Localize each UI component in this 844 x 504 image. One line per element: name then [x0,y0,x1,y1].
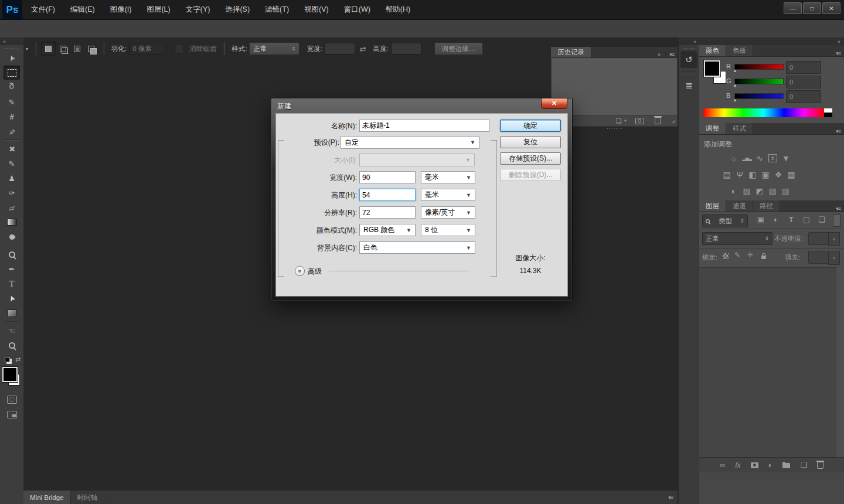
advanced-expander-button[interactable]: » [295,266,305,276]
properties-panel-dock-icon[interactable]: ≣ [680,77,697,94]
fill-dropdown-arrow[interactable]: ▾ [828,251,840,265]
resolution-unit-dropdown[interactable]: 像素/英寸▼ [421,206,475,219]
history-panel-menu-icon[interactable]: ▾≡ [665,52,674,57]
channel-g-value[interactable]: 0 [786,76,821,88]
dock-expand-button[interactable]: « [679,38,699,45]
resize-grip-icon[interactable]: ◢ [672,118,675,124]
filter-pixel-layers-icon[interactable]: ▣ [753,215,768,224]
menu-edit[interactable]: 编辑(E) [63,0,103,19]
channel-b-value[interactable]: 0 [786,90,821,103]
eyedropper-tool[interactable]: ✐ [4,124,20,138]
dock-grip[interactable] [683,73,696,76]
channel-mixer-icon[interactable]: ❖ [772,170,785,179]
background-contents-dropdown[interactable]: 白色▼ [359,241,475,254]
tab-channels[interactable]: 通道 [726,200,753,212]
photo-filter-icon[interactable]: ▣ [759,170,772,179]
filter-smart-objects-icon[interactable]: ❏ [814,215,829,224]
threshold-icon[interactable]: ◩ [753,186,766,196]
resolution-input[interactable] [359,206,416,219]
new-snapshot-icon[interactable] [635,118,644,124]
lock-pixels-icon[interactable]: ✎ [734,251,740,259]
maximize-button[interactable]: □ [803,2,821,14]
delete-layer-icon[interactable] [817,462,823,469]
blend-mode-dropdown[interactable]: 正常⇕ [702,232,772,245]
gradient-tool[interactable] [4,215,20,229]
posterize-icon[interactable]: ▨ [740,186,753,196]
menu-image[interactable]: 图像(I) [103,0,139,19]
width-unit-dropdown[interactable]: 毫米▼ [421,171,475,183]
new-doc-from-state-icon[interactable]: ❏ [616,117,622,125]
antialias-checkbox[interactable] [175,44,184,53]
screen-mode-button[interactable] [4,407,20,421]
menu-view[interactable]: 视图(V) [297,0,336,19]
close-button[interactable]: ✕ [822,2,840,14]
bottom-panel-menu-icon[interactable]: ▾≡ [668,495,673,500]
menu-help[interactable]: 帮助(H) [378,0,418,19]
rectangular-marquee-tool[interactable] [4,66,20,80]
filter-toggle-switch[interactable] [833,214,840,227]
dock-collapse-button[interactable]: » [699,38,844,45]
ok-button[interactable]: 确定 [500,120,561,132]
tab-layers[interactable]: 图层 [699,200,726,212]
spectrum-black-swatch[interactable] [824,113,832,117]
zoom-tool[interactable] [4,338,20,352]
swap-colors-icon[interactable]: ⇄ [15,356,21,363]
new-selection-button[interactable] [41,42,56,56]
toolbar-grip[interactable] [5,47,19,50]
tab-styles[interactable]: 样式 [726,123,753,134]
filter-shape-layers-icon[interactable]: ▢ [799,215,814,224]
delete-state-icon[interactable] [655,117,661,124]
black-white-icon[interactable]: ◧ [746,170,759,179]
layers-list[interactable] [699,267,836,457]
panel-foreground-swatch[interactable] [704,60,720,77]
channel-r-slider[interactable] [734,64,784,70]
history-panel-dock-icon[interactable]: ↺ [680,51,697,68]
preset-dropdown[interactable]: 自定▼ [341,136,479,149]
menu-select[interactable]: 选择(S) [217,0,257,19]
toolbar-collapse-button[interactable]: » [0,38,23,45]
tab-adjustments[interactable]: 调整 [699,123,726,134]
layers-panel-menu-icon[interactable]: ▾≡ [836,206,840,212]
menu-file[interactable]: 文件(F) [23,0,63,19]
new-group-icon[interactable] [782,463,790,468]
foreground-color-swatch[interactable] [2,367,18,382]
style-dropdown[interactable]: 正常⇕ [249,42,300,55]
layer-filter-dropdown[interactable]: 类型 ⇕ [702,214,748,227]
menu-window[interactable]: 窗口(W) [336,0,378,19]
pen-tool[interactable]: ✒ [4,262,20,276]
new-layer-icon[interactable]: ❏ [800,461,807,469]
channel-g-thumb[interactable]: ▲ [733,83,737,88]
default-colors-icon[interactable] [5,357,10,362]
channel-g-slider[interactable] [734,79,784,84]
tab-paths[interactable]: 路径 [753,200,780,212]
brush-tool[interactable]: ✎ [4,156,20,171]
spectrum-white-swatch[interactable] [824,108,832,113]
color-spectrum-ramp[interactable] [703,108,824,117]
color-balance-icon[interactable]: Ψ [733,170,746,179]
clone-stamp-tool[interactable]: ♟ [4,171,20,185]
filter-adjustment-layers-icon[interactable]: ◐ [768,215,784,224]
lock-all-icon[interactable] [761,256,766,259]
fill-input[interactable] [808,251,829,264]
save-preset-button[interactable]: 存储预设(S)... [500,152,561,165]
add-mask-icon[interactable] [751,462,758,468]
intersect-selection-button[interactable] [84,42,98,55]
layer-style-icon[interactable]: fx [735,461,740,469]
channel-b-thumb[interactable]: ▲ [733,97,737,103]
tab-swatches[interactable]: 色板 [726,45,753,56]
swatch-mini-controls[interactable]: ⇄ [5,356,23,363]
menu-type[interactable]: 文字(Y) [178,0,218,19]
vibrance-icon[interactable]: ▼ [780,154,792,163]
eraser-tool[interactable]: ▱ [4,200,20,214]
shape-tool[interactable] [4,306,20,320]
layers-scrollbar[interactable] [836,267,844,457]
crop-tool[interactable]: # [4,110,20,124]
color-lookup-icon[interactable]: ▦ [785,170,798,179]
lock-transparency-icon[interactable] [723,253,729,259]
invert-icon[interactable]: ◐ [727,186,740,196]
height-unit-dropdown[interactable]: 毫米▼ [421,189,475,201]
menu-layer[interactable]: 图层(L) [139,0,178,19]
tab-timeline[interactable]: 时间轴 [71,491,105,504]
height-input[interactable] [391,43,421,55]
spot-healing-tool[interactable]: ✚ [4,142,20,156]
